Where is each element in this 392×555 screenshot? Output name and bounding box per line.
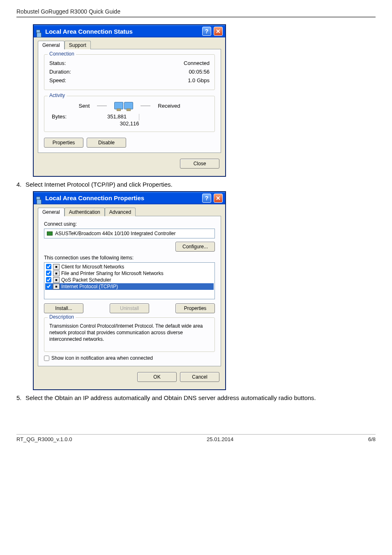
- adapter-name: ASUSTeK/Broadcom 440x 10/100 Integrated …: [55, 231, 176, 236]
- disable-button[interactable]: Disable: [87, 138, 126, 148]
- list-item[interactable]: ■Internet Protocol (TCP/IP): [45, 283, 214, 290]
- activity-group: Activity Sent Received Bytes: 351,881302…: [44, 96, 215, 132]
- connect-using-label: Connect using:: [44, 221, 215, 227]
- tab-support[interactable]: Support: [65, 41, 91, 49]
- tab-authentication[interactable]: Authentication: [65, 208, 105, 216]
- help-button[interactable]: ?: [202, 27, 211, 36]
- sharing-icon: ■: [53, 271, 60, 276]
- item-checkbox[interactable]: [46, 264, 51, 269]
- ok-button[interactable]: OK: [137, 372, 177, 382]
- tcpip-icon: ■: [53, 284, 60, 289]
- duration-label: Duration:: [49, 69, 71, 75]
- sent-label: Sent: [79, 103, 90, 109]
- tab-general[interactable]: General: [38, 208, 65, 216]
- status-value: Connected: [184, 60, 210, 66]
- list-item[interactable]: ■Client for Microsoft Networks: [45, 264, 214, 270]
- speed-label: Speed:: [49, 77, 66, 83]
- recv-bytes: 302,116: [120, 120, 139, 127]
- footer-center: 25.01.2014: [207, 436, 233, 442]
- sent-bytes: 351,881: [107, 113, 127, 120]
- titlebar: Local Area Connection Properties ? ✕: [34, 192, 225, 204]
- show-icon-checkbox[interactable]: Show icon in notification area when conn…: [44, 355, 215, 361]
- description-text: Transmission Control Protocol/Internet P…: [49, 322, 210, 347]
- monitors-icon: [114, 102, 133, 109]
- group-legend: Connection: [48, 51, 76, 57]
- received-label: Received: [158, 103, 180, 109]
- status-label: Status:: [49, 60, 66, 66]
- page-footer: RT_QG_R3000_v.1.0.0 25.01.2014 6/8: [16, 434, 376, 442]
- client-icon: ■: [53, 264, 60, 270]
- item-checkbox[interactable]: [46, 271, 51, 276]
- uses-label: This connection uses the following items…: [44, 255, 215, 261]
- tabs: General Authentication Advanced: [38, 208, 221, 216]
- dash-icon: [97, 106, 107, 106]
- nic-icon: [47, 231, 53, 236]
- qos-icon: ■: [53, 277, 60, 283]
- footer-right: 6/8: [368, 436, 376, 442]
- close-button[interactable]: Close: [180, 159, 219, 169]
- close-button[interactable]: ✕: [214, 194, 223, 203]
- tab-advanced[interactable]: Advanced: [105, 208, 136, 216]
- tab-general[interactable]: General: [38, 41, 65, 49]
- uninstall-button: Uninstall: [110, 303, 149, 313]
- connection-group: Connection Status:Connected Duration:00:…: [44, 54, 215, 90]
- show-icon-input[interactable]: [44, 356, 49, 361]
- install-button[interactable]: Install...: [44, 303, 83, 313]
- status-dialog: Local Area Connection Status ? ✕ General…: [33, 24, 226, 177]
- item-checkbox[interactable]: [46, 277, 51, 282]
- list-item[interactable]: ■QoS Packet Scheduler: [45, 277, 214, 283]
- duration-value: 00:05:56: [189, 69, 210, 75]
- item-checkbox[interactable]: [46, 284, 51, 289]
- help-button[interactable]: ?: [202, 194, 211, 203]
- group-legend: Description: [48, 314, 76, 320]
- items-listbox[interactable]: ■Client for Microsoft Networks ■File and…: [44, 262, 215, 299]
- dash-icon: [141, 106, 150, 106]
- network-icon: [36, 195, 43, 201]
- step-5: 5.Select the Obtain an IP address automa…: [16, 394, 376, 401]
- show-icon-label: Show icon in notification area when conn…: [51, 355, 153, 361]
- dialog-title: Local Area Connection Status: [45, 28, 200, 35]
- titlebar: Local Area Connection Status ? ✕: [34, 25, 225, 37]
- close-button[interactable]: ✕: [214, 27, 223, 36]
- footer-left: RT_QG_R3000_v.1.0.0: [16, 436, 72, 442]
- properties-dialog: Local Area Connection Properties ? ✕ Gen…: [33, 191, 226, 391]
- adapter-field: ASUSTeK/Broadcom 440x 10/100 Integrated …: [44, 229, 215, 238]
- properties-button[interactable]: Properties: [44, 138, 83, 148]
- page-header: Robustel GoRugged R3000 Quick Guide: [16, 8, 376, 18]
- bytes-label: Bytes:: [52, 113, 104, 127]
- group-legend: Activity: [48, 92, 67, 98]
- description-group: Description Transmission Control Protoco…: [44, 317, 215, 352]
- network-icon: [36, 28, 43, 35]
- speed-value: 1.0 Gbps: [188, 77, 210, 83]
- tabs: General Support: [38, 41, 221, 49]
- cancel-button[interactable]: Cancel: [180, 372, 219, 382]
- configure-button[interactable]: Configure...: [175, 242, 215, 252]
- list-item[interactable]: ■File and Printer Sharing for Microsoft …: [45, 270, 214, 277]
- step-4: 4.Select Internet Protocol (TCP/IP) and …: [16, 181, 376, 188]
- properties-button[interactable]: Properties: [175, 303, 215, 313]
- dialog-title: Local Area Connection Properties: [45, 194, 200, 201]
